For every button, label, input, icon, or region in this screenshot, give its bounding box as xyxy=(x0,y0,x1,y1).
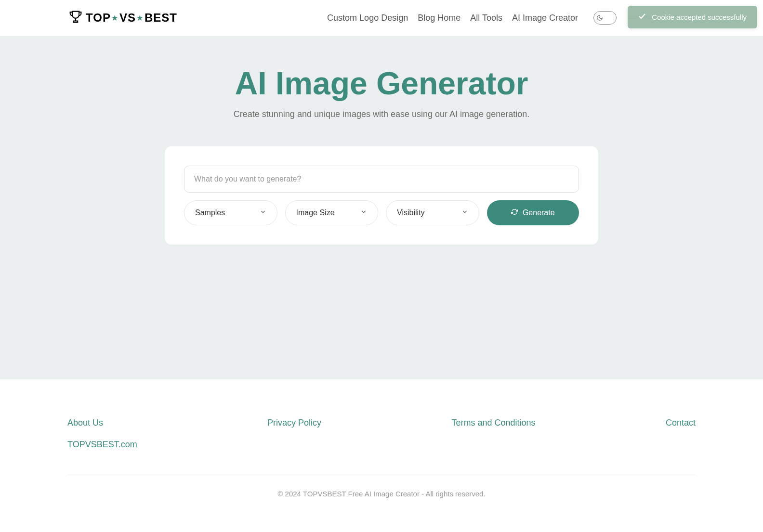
dropdown-label: Visibility xyxy=(397,208,425,217)
chevron-down-icon xyxy=(260,208,266,217)
generate-button[interactable]: Generate xyxy=(487,200,579,225)
footer-link-contact[interactable]: Contact xyxy=(666,418,696,450)
footer-link-privacy[interactable]: Privacy Policy xyxy=(267,418,321,450)
footer-link-terms[interactable]: Terms and Conditions xyxy=(451,418,535,450)
theme-toggle[interactable] xyxy=(593,11,617,25)
chevron-down-icon xyxy=(461,208,468,217)
chevron-down-icon xyxy=(360,208,367,217)
cookie-toast: Cookie accepted successfully xyxy=(628,6,757,28)
generator-form: Samples Image Size xyxy=(165,146,598,245)
copyright-text: © 2024 TOPVSBEST Free AI Image Creator -… xyxy=(67,490,696,498)
logo[interactable]: TOP ★ VS ★ BEST xyxy=(67,9,177,27)
dropdown-label: Image Size xyxy=(296,208,335,217)
nav-link-ai-image-creator[interactable]: AI Image Creator xyxy=(512,13,578,23)
refresh-icon xyxy=(511,208,518,217)
generate-label: Generate xyxy=(523,208,555,217)
moon-icon xyxy=(595,13,605,23)
footer-link-home[interactable]: TOPVSBEST.com xyxy=(67,440,137,450)
image-size-dropdown[interactable]: Image Size xyxy=(285,200,379,225)
samples-dropdown[interactable]: Samples xyxy=(184,200,277,225)
nav-link-custom-logo[interactable]: Custom Logo Design xyxy=(327,13,408,23)
trophy-icon xyxy=(67,9,84,27)
footer-divider xyxy=(67,474,696,474)
dropdown-label: Samples xyxy=(195,208,225,217)
prompt-input[interactable] xyxy=(184,166,579,193)
visibility-dropdown[interactable]: Visibility xyxy=(386,200,479,225)
logo-text: TOP ★ VS ★ BEST xyxy=(86,11,177,25)
star-icon: ★ xyxy=(137,14,144,22)
nav-link-all-tools[interactable]: All Tools xyxy=(470,13,502,23)
check-icon xyxy=(638,13,646,22)
star-icon: ★ xyxy=(112,14,118,22)
footer: About Us TOPVSBEST.com Privacy Policy Te… xyxy=(0,379,763,517)
toast-message: Cookie accepted successfully xyxy=(652,13,747,21)
nav-link-blog-home[interactable]: Blog Home xyxy=(418,13,460,23)
page-subtitle: Create stunning and unique images with e… xyxy=(0,109,763,119)
footer-link-about[interactable]: About Us xyxy=(67,418,137,428)
page-title: AI Image Generator xyxy=(0,65,763,102)
hero-section: AI Image Generator Create stunning and u… xyxy=(0,36,763,379)
